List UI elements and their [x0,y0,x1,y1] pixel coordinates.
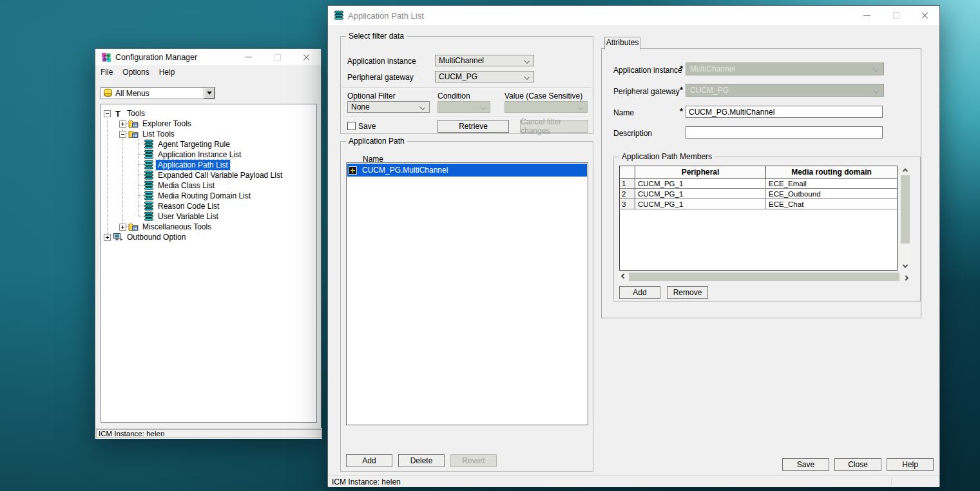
save-filter-checkbox[interactable] [347,122,356,130]
tree-item-application-path-list[interactable]: Application Path List [101,160,316,170]
tree-item-media-class-list[interactable]: Media Class List [101,180,316,191]
path-add-button[interactable]: Add [346,454,392,467]
application-instance-combo-value: MultiChannel [439,56,484,65]
save-button[interactable]: Save [782,458,829,471]
value-label: Value (Case Sensitive) [504,91,582,101]
attr-application-instance-label: Application instance [613,66,682,75]
chevron-down-icon [577,104,583,110]
horizontal-scroll-thumb[interactable] [629,273,899,281]
database-icon [103,88,113,98]
scroll-up-button[interactable] [900,166,910,175]
application-instance-combo[interactable]: MultiChannel [435,55,534,66]
tree-item-outbound-option[interactable]: Outbound Option [101,232,316,242]
apl-maximize-button[interactable] [881,6,910,25]
application-path-row[interactable]: CUCM_PG.MultiChannel [347,164,587,177]
vertical-scroll-thumb[interactable] [901,175,910,244]
disc-icon [144,191,154,201]
member-row[interactable]: 3CUCM_PG_1ECE_Chat [620,199,897,209]
tree-item-reason-code-list[interactable]: Reason Code List [101,201,316,211]
tree-item-expanded-call-variable-payload-list[interactable]: Expanded Call Variable Payload List [101,170,316,180]
svg-text:T: T [115,109,120,119]
tree-item-label: Media Class List [156,180,216,191]
collapse-minus-icon[interactable] [104,110,111,117]
cm-combo-dropdown-button[interactable] [204,88,215,99]
members-horizontal-scrollbar[interactable] [619,272,910,282]
select-filter-data-group: Select filter data Application instance … [340,36,593,134]
scroll-down-button[interactable] [900,262,910,271]
peripheral-gateway-combo[interactable]: CUCM_PG [435,71,534,82]
cm-window-controls [234,49,321,65]
cm-menu-filter-value: All Menus [115,89,204,98]
tree-item-label: Expanded Call Variable Payload List [156,170,284,180]
members-vertical-scrollbar[interactable] [900,166,910,271]
cm-maximize-button[interactable] [263,49,292,65]
retrieve-button[interactable]: Retrieve [437,120,509,133]
chevron-down-icon [873,66,879,72]
expand-plus-icon[interactable] [349,166,357,175]
members-table[interactable]: PeripheralMedia routing domain1CUCM_PG_1… [619,166,898,271]
menu-item-options[interactable]: Options [122,68,149,77]
tree-item-agent-targeting-rule[interactable]: Agent Targeting Rule [101,139,316,149]
apl-window-title: Application Path List [348,11,424,21]
tree-item-label: Miscellaneous Tools [140,222,213,232]
scroll-right-button[interactable] [901,272,910,282]
expand-plus-icon[interactable] [119,120,126,128]
member-peripheral-cell: CUCM_PG_1 [635,178,766,189]
expand-plus-icon[interactable] [119,224,126,231]
peripheral-gateway-combo-value: CUCM_PG [439,72,477,81]
value-combo [504,101,588,113]
application-path-listbox[interactable]: CUCM_PG.MultiChannel [346,162,588,425]
application-path-group-label: Application Path [346,137,407,146]
close-button[interactable]: Close [834,458,881,471]
optional-filter-combo-value: None [351,102,370,111]
tree-item-tools[interactable]: TTools [101,108,316,119]
cm-minimize-button[interactable] [234,49,263,65]
disc-icon [144,149,154,160]
disc-icon [144,139,154,149]
members-header-rownum [620,166,635,178]
filter-group-label: Select filter data [346,32,407,41]
attr-application-instance-value: MultiChannel [690,64,735,73]
tree-item-list-tools[interactable]: List Tools [101,129,316,139]
tree-item-label: User Variable List [156,211,220,222]
member-peripheral-cell: CUCM_PG_1 [635,189,766,199]
scroll-left-button[interactable] [619,272,628,282]
collapse-minus-icon[interactable] [119,131,126,138]
member-row[interactable]: 1CUCM_PG_1ECE_Email [620,178,897,189]
tree-item-label: Reason Code List [156,201,221,211]
member-mrd-cell: ECE_Outbound [766,189,897,199]
tree-item-media-routing-domain-list[interactable]: Media Routing Domain List [101,191,316,201]
cm-menu-bar: FileOptionsHelp [95,65,321,79]
application-path-members-group: Application Path Members PeripheralMedia… [613,157,921,302]
tab-attributes[interactable]: Attributes [604,37,640,50]
attr-name-input[interactable] [686,106,883,118]
apl-minimize-button[interactable] [852,6,881,25]
apl-close-button[interactable] [910,6,939,25]
optional-filter-combo[interactable]: None [347,101,430,113]
tree-item-user-variable-list[interactable]: User Variable List [101,211,316,222]
help-button[interactable]: Help [887,458,934,471]
tree-item-application-instance-list[interactable]: Application Instance List [101,149,316,160]
tools-icon: T [113,108,123,119]
cm-window-title: Configuration Manager [115,53,197,62]
attr-description-input[interactable] [686,126,883,139]
member-row[interactable]: 2CUCM_PG_1ECE_Outbound [620,189,897,199]
tree-item-explorer-tools[interactable]: Explorer Tools [101,119,316,129]
members-add-button[interactable]: Add [619,286,660,299]
computer-icon [113,232,123,242]
menu-item-help[interactable]: Help [159,68,175,77]
menu-item-file[interactable]: File [101,68,113,77]
minimize-icon [245,57,252,57]
members-remove-button[interactable]: Remove [667,286,708,299]
application-instance-label: Application instance [347,57,416,66]
cm-menu-filter-combo[interactable]: All Menus [101,87,215,99]
attr-peripheral-gateway-value: CUCM_PG [690,86,729,95]
expand-plus-icon[interactable] [104,234,111,241]
divider [342,87,591,88]
tree-item-miscellaneous-tools[interactable]: Miscellaneous Tools [101,222,316,232]
chevron-down-icon [480,104,486,110]
chevron-left-icon [621,273,626,278]
cm-close-button[interactable] [292,49,321,65]
path-delete-button[interactable]: Delete [398,454,445,467]
status-bar-divider [891,477,892,486]
